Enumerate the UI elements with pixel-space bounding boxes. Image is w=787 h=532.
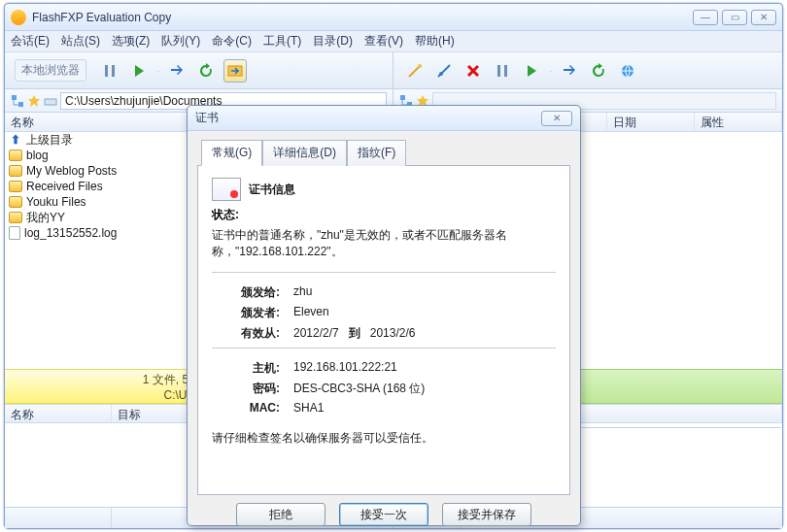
reject-button[interactable]: 拒绝 xyxy=(236,503,325,526)
mac-value: SHA1 xyxy=(293,401,324,415)
svg-marker-8 xyxy=(528,65,536,77)
folder-icon xyxy=(9,165,22,177)
menu-options[interactable]: 选项(Z) xyxy=(112,33,150,50)
toolbar: 本地浏览器 · · xyxy=(5,52,782,89)
drive-icon[interactable] xyxy=(44,94,57,108)
accept-save-button[interactable]: 接受并保存 xyxy=(442,503,531,526)
dialog-close-button[interactable]: ✕ xyxy=(541,111,572,126)
refresh-icon[interactable] xyxy=(194,59,218,83)
issued-to-value: zhu xyxy=(293,284,312,301)
valid-from-value: 2012/2/7 到 2013/2/6 xyxy=(293,325,415,342)
signature-note: 请仔细检查签名以确保服务器可以受信任。 xyxy=(212,430,556,447)
cert-info-label: 证书信息 xyxy=(249,182,295,198)
menu-queue[interactable]: 队列(Y) xyxy=(161,33,200,50)
accept-once-button[interactable]: 接受一次 xyxy=(339,503,428,526)
dialog-title: 证书 xyxy=(195,110,219,126)
svg-rect-0 xyxy=(105,65,108,77)
titlebar: FlashFXP Evaluation Copy — ▭ ✕ xyxy=(5,4,782,31)
menu-view[interactable]: 查看(V) xyxy=(364,33,403,50)
svg-rect-14 xyxy=(400,95,405,100)
dialog-button-row: 拒绝 接受一次 接受并保存 xyxy=(188,503,580,532)
folder-icon xyxy=(9,212,22,223)
svg-rect-7 xyxy=(504,65,507,77)
svg-marker-2 xyxy=(135,65,144,77)
menu-directory[interactable]: 目录(D) xyxy=(313,33,353,50)
status-text: 证书中的普通名称，"zhu"是无效的，或者不匹配服务器名称，"192.168.1… xyxy=(212,227,556,260)
pause-icon[interactable] xyxy=(98,59,121,83)
maximize-button[interactable]: ▭ xyxy=(722,10,747,25)
disconnect-icon[interactable] xyxy=(432,59,456,83)
svg-rect-1 xyxy=(112,65,115,77)
file-icon xyxy=(9,226,20,240)
window-title: FlashFXP Evaluation Copy xyxy=(32,11,171,24)
tab-general[interactable]: 常规(G) xyxy=(201,140,262,166)
menu-session[interactable]: 会话(E) xyxy=(11,33,50,50)
svg-rect-11 xyxy=(18,102,23,107)
status-cell-empty xyxy=(5,508,112,528)
close-button[interactable]: ✕ xyxy=(751,10,776,25)
svg-rect-10 xyxy=(12,95,17,100)
cipher-label: 密码: xyxy=(212,381,280,397)
local-browser-label: 本地浏览器 xyxy=(15,59,86,82)
mac-label: MAC: xyxy=(212,401,280,415)
folder-icon xyxy=(9,150,22,161)
play-remote-icon[interactable] xyxy=(520,59,543,83)
menubar: 会话(E) 站点(S) 选项(Z) 队列(Y) 命令(C) 工具(T) 目录(D… xyxy=(5,31,782,52)
pause-remote-icon[interactable] xyxy=(491,59,514,83)
status-label: 状态: xyxy=(212,207,556,223)
issued-to-label: 颁发给: xyxy=(212,284,280,301)
certificate-icon xyxy=(212,178,241,201)
valid-from-label: 有效从: xyxy=(212,325,280,342)
connect-icon[interactable] xyxy=(403,59,427,83)
svg-point-4 xyxy=(418,64,422,68)
svg-rect-13 xyxy=(45,99,56,105)
play-icon[interactable] xyxy=(127,59,151,83)
up-arrow-icon: ⬆ xyxy=(9,133,22,147)
certificate-dialog: 证书 ✕ 常规(G) 详细信息(D) 指纹(F) 证书信息 状态: 证书中的普通… xyxy=(187,105,581,526)
folder-icon xyxy=(9,196,22,208)
globe-icon[interactable] xyxy=(616,59,639,83)
folder-icon xyxy=(9,181,22,192)
issuer-section: 颁发给:zhu 颁发者:Eleven 有效从: 2012/2/7 到 2013/… xyxy=(212,272,556,344)
menu-help[interactable]: 帮助(H) xyxy=(415,33,455,50)
col-attrs[interactable]: 属性 xyxy=(695,113,782,131)
cipher-value: DES-CBC3-SHA (168 位) xyxy=(293,381,425,397)
svg-marker-12 xyxy=(28,95,40,107)
abort-icon[interactable] xyxy=(462,59,485,83)
tab-details[interactable]: 详细信息(D) xyxy=(262,140,347,166)
tab-fingerprint[interactable]: 指纹(F) xyxy=(347,140,406,166)
menu-tools[interactable]: 工具(T) xyxy=(263,33,301,50)
transfer-remote-icon[interactable] xyxy=(558,59,581,83)
queue-col-name[interactable]: 名称 xyxy=(5,405,112,422)
transfer-icon[interactable] xyxy=(165,59,188,83)
connection-section: 主机:192.168.101.222:21 密码:DES-CBC3-SHA (1… xyxy=(212,348,556,416)
dialog-titlebar: 证书 ✕ xyxy=(188,106,580,131)
refresh-remote-icon[interactable] xyxy=(587,59,610,83)
menu-commands[interactable]: 命令(C) xyxy=(212,33,252,50)
up-dir-label: 上级目录 xyxy=(26,132,73,149)
svg-point-5 xyxy=(439,72,443,76)
host-label: 主机: xyxy=(212,360,280,377)
bookmark-icon[interactable] xyxy=(27,94,41,108)
svg-rect-6 xyxy=(497,65,500,77)
app-icon xyxy=(11,10,26,25)
host-value: 192.168.101.222:21 xyxy=(293,360,397,377)
menu-site[interactable]: 站点(S) xyxy=(61,33,100,50)
dialog-body: 证书信息 状态: 证书中的普通名称，"zhu"是无效的，或者不匹配服务器名称，"… xyxy=(197,165,570,495)
issued-by-value: Eleven xyxy=(293,305,329,321)
issued-by-label: 颁发者: xyxy=(212,305,280,321)
col-date[interactable]: 日期 xyxy=(607,113,695,131)
minimize-button[interactable]: — xyxy=(693,10,718,25)
dialog-tabs: 常规(G) 详细信息(D) 指纹(F) xyxy=(188,131,580,165)
switch-pane-icon[interactable] xyxy=(223,59,247,83)
tree-icon[interactable] xyxy=(11,94,24,108)
